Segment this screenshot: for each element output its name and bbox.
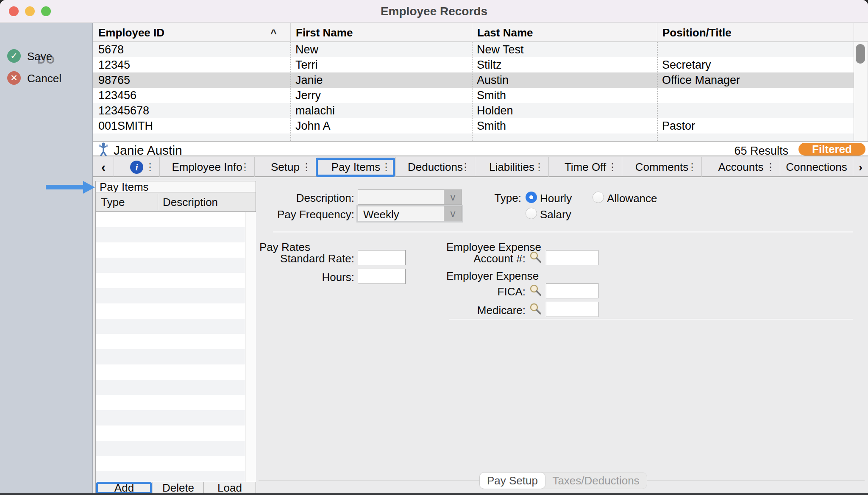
kebab-menu-icon[interactable]: ⋮ — [240, 161, 250, 173]
table-cell: malachi — [290, 103, 472, 118]
radio-salary[interactable] — [526, 208, 537, 219]
tab-label: Connections — [786, 161, 847, 174]
tab-label: Setup — [271, 161, 300, 174]
save-button[interactable]: ✓ Save — [0, 49, 93, 64]
tab-label: Deductions — [408, 161, 463, 174]
column-header-last-name[interactable]: Last Name — [472, 23, 657, 42]
save-check-icon: ✓ — [7, 49, 21, 63]
employee-table-header: Employee ID^First NameLast NamePosition/… — [93, 23, 868, 42]
bottom-tab-taxes-deductions[interactable]: Taxes/Deductions — [545, 473, 647, 489]
table-cell: Office Manager — [657, 72, 854, 88]
account-number-label: Account #: — [432, 252, 526, 265]
kebab-menu-icon[interactable]: ⋮ — [301, 161, 312, 173]
table-scrollbar-thumb[interactable] — [856, 44, 865, 64]
tab-comments[interactable]: Comments⋮ — [622, 157, 701, 177]
table-cell: Austin — [472, 72, 657, 88]
account-number-input[interactable] — [546, 250, 598, 265]
tab-setup[interactable]: Setup⋮ — [254, 157, 316, 177]
employee-table: 5678NewNew Test12345TerriStiltzSecretary… — [93, 42, 854, 141]
kebab-menu-icon[interactable]: ⋮ — [607, 161, 618, 173]
window-title: Employee Records — [0, 5, 868, 18]
table-row[interactable]: 123456JerrySmith — [93, 88, 854, 103]
tab-deductions[interactable]: Deductions⋮ — [395, 157, 475, 177]
tab-employee-info[interactable]: Employee Info⋮ — [159, 157, 254, 177]
action-sidebar: DO ✓ Save ✕ Cancel « Collapse — [0, 23, 93, 493]
radio-hourly[interactable] — [526, 192, 537, 203]
table-cell: Janie — [290, 72, 472, 88]
kebab-menu-icon[interactable]: ⋮ — [687, 161, 697, 173]
table-row[interactable]: 12345678malachiHolden — [93, 103, 854, 118]
kebab-menu-icon[interactable]: ⋮ — [460, 161, 470, 173]
description-column-header[interactable]: Description — [163, 196, 218, 209]
table-row[interactable]: 001SMITHJohn ASmithPastor — [93, 118, 854, 133]
table-cell: Terri — [290, 57, 472, 72]
column-header-position-title[interactable]: Position/Title — [657, 23, 854, 42]
kebab-menu-icon[interactable]: ⋮ — [765, 161, 776, 173]
table-cell: Secretary — [657, 57, 854, 72]
table-cell: 98765 — [93, 72, 290, 88]
tab-time-off[interactable]: Time Off⋮ — [548, 157, 622, 177]
column-header-first-name[interactable]: First Name — [290, 23, 472, 42]
section-divider — [449, 319, 853, 319]
table-cell: New Test — [472, 42, 657, 57]
table-row[interactable]: 12345TerriStiltzSecretary — [93, 57, 854, 72]
column-header-employee-id[interactable]: Employee ID^ — [93, 23, 290, 42]
table-row[interactable]: 5678NewNew Test — [93, 42, 854, 57]
person-icon — [98, 142, 108, 156]
fica-label: FICA: — [432, 285, 526, 298]
pay-items-list-header: Type Description — [95, 192, 256, 212]
kebab-menu-icon[interactable]: ⋮ — [381, 161, 391, 173]
table-scrollbar-track[interactable] — [854, 42, 867, 141]
pay-frequency-label: Pay Frequency: — [237, 208, 354, 221]
tab-scroll-left-button[interactable]: ‹ — [93, 157, 114, 177]
pay-items-button-bar: AddDeleteLoad — [95, 482, 256, 494]
type-label: Type: — [466, 192, 521, 205]
add-button[interactable]: Add — [96, 482, 153, 494]
table-cell: 5678 — [93, 42, 290, 57]
radio-label-salary: Salary — [540, 208, 571, 221]
description-dropdown[interactable]: v — [358, 189, 462, 205]
standard-rate-label: Standard Rate: — [212, 252, 354, 265]
standard-rate-input[interactable] — [358, 250, 406, 265]
employee-records-window: Employee Records DO ✓ Save ✕ Cancel « Co… — [0, 0, 868, 495]
tab-connections[interactable]: Connections — [780, 157, 853, 177]
filtered-badge[interactable]: Filtered — [798, 143, 865, 156]
annotation-arrow — [46, 185, 83, 189]
account-lookup-icon[interactable] — [529, 251, 542, 263]
pay-frequency-dropdown[interactable]: Weekly v — [358, 206, 462, 221]
tab-label: Time Off — [565, 161, 606, 174]
type-column-header[interactable]: Type — [101, 196, 125, 209]
record-info-tab[interactable]: i⋮ — [114, 157, 159, 177]
table-row[interactable]: 98765JanieAustinOffice Manager — [93, 72, 854, 88]
table-row-partial — [93, 133, 854, 141]
medicare-input[interactable] — [546, 302, 598, 317]
cancel-label: Cancel — [27, 72, 61, 85]
hours-input[interactable] — [358, 269, 406, 284]
annotation-arrow-head — [83, 181, 95, 194]
tab-accounts[interactable]: Accounts⋮ — [701, 157, 780, 177]
kebab-menu-icon[interactable]: ⋮ — [534, 161, 544, 173]
description-label: Description: — [237, 192, 354, 205]
medicare-label: Medicare: — [432, 304, 526, 317]
tab-scroll-right-button[interactable]: › — [853, 157, 868, 177]
radio-allowance[interactable] — [593, 192, 604, 203]
table-cell: John A — [290, 118, 472, 133]
table-cell: New — [290, 42, 472, 57]
tab-label: Accounts — [718, 161, 764, 174]
window-bottom-edge — [0, 493, 868, 495]
fica-input[interactable] — [546, 283, 598, 298]
kebab-menu-icon[interactable]: ⋮ — [145, 161, 155, 173]
medicare-lookup-icon[interactable] — [529, 303, 542, 314]
load-button[interactable]: Load — [204, 482, 256, 494]
cancel-button[interactable]: ✕ Cancel — [0, 71, 93, 86]
bottom-tab-switcher: Pay SetupTaxes/Deductions — [479, 472, 647, 489]
record-tab-strip: ‹i⋮Employee Info⋮Setup⋮Pay Items⋮Deducti… — [93, 157, 868, 177]
table-cell: Holden — [472, 103, 657, 118]
fica-lookup-icon[interactable] — [529, 284, 542, 296]
table-cell: Pastor — [657, 118, 854, 133]
sort-ascending-icon: ^ — [270, 27, 277, 40]
bottom-tab-pay-setup[interactable]: Pay Setup — [480, 473, 545, 489]
tab-liabilities[interactable]: Liabilities⋮ — [475, 157, 548, 177]
delete-button[interactable]: Delete — [153, 482, 204, 494]
tab-pay-items[interactable]: Pay Items⋮ — [316, 157, 395, 177]
